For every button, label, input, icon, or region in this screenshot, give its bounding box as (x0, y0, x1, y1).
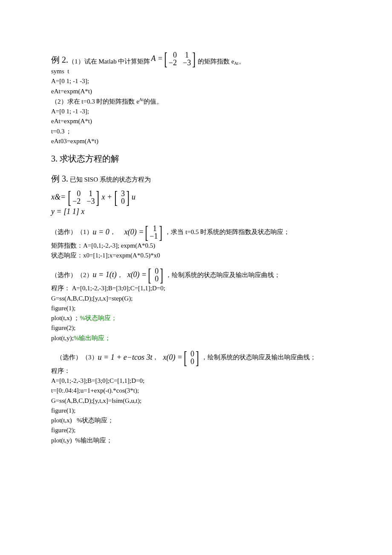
code-line: syms t (51, 66, 345, 76)
p2-pre: （选作）（2） (51, 270, 93, 280)
code-line: 程序： (51, 366, 345, 376)
p1-tail: ，求当 t=0.5 时系统的矩阵指数及状态响应； (164, 227, 290, 237)
m2-r2: 0 (119, 197, 125, 205)
ex2-p1a: （1）试在 Matlab 中计算矩阵 (68, 57, 150, 66)
matrix-cells: 01 −2−3 (169, 51, 191, 66)
m-r1c1: 0 (171, 51, 177, 59)
code-line: plot(t,y) %输出响应； (51, 436, 345, 445)
m2-r1: 3 (119, 190, 125, 197)
code-line: plot(t,x) ；%状态响应； (51, 313, 345, 323)
u3-a: u = 1 + e (98, 352, 127, 364)
code-line: eAt=expm(A*t) (51, 87, 345, 96)
u3-sup: −t (127, 352, 134, 364)
u-var: u (132, 191, 135, 203)
y-eq: y = [1 1] x (51, 206, 84, 218)
ex2-p2-text: （2）求在 t=0.3 时的矩阵指数 e (51, 98, 139, 105)
x0-label-3: x(0) = (163, 352, 182, 364)
code-line: 矩阵指数：A=[0,1;-2,-3]; expm(A*0.5) (51, 241, 345, 251)
m-r2c2: −3 (183, 59, 191, 66)
ex2-p2: （2）求在 t=0.3 时的矩阵指数 eAt的值。 (51, 96, 345, 107)
code-line: t=0.3 ; (51, 127, 345, 136)
code-line: eAt03=expm(A*t) (51, 136, 345, 146)
x0-eq-3: x(0) = [ 0 0 ] (163, 350, 200, 365)
ex2-sup2: At (139, 97, 144, 102)
code-line: G=ss(A,B,C,D);[y,t,x]=lsim(G,u,t); (51, 396, 345, 406)
ex2-p2b: 的值。 (144, 98, 163, 105)
code-line: A=[0 1; -1 -3]; (51, 76, 345, 86)
ex2-sup1: At (234, 60, 239, 67)
comma3: ， (152, 353, 159, 362)
m1-r1c1: 0 (75, 190, 81, 197)
code-line: plot(t,x) %状态响应； (51, 416, 345, 425)
left-bracket: [ (164, 51, 167, 66)
p2-l4a: plot(t,x) ； (51, 315, 80, 321)
section-3-title: 3. 求状态方程的解 (51, 152, 345, 165)
p3-pre: （选作）（3） (56, 353, 98, 362)
m-r2c1: −2 (169, 59, 177, 66)
xdot: x&= (51, 191, 66, 203)
example-2-header: 例 2. （1）试在 Matlab 中计算矩阵 A = [ 01 −2−3 ] … (51, 51, 345, 66)
matrix-A-eq: A = [ 01 −2−3 ] (151, 51, 197, 66)
right-bracket: ] (192, 51, 196, 66)
code-line: eAt=expm(A*t) (51, 116, 345, 126)
ex3-intro: 已知 SISO 系统的状态方程为 (70, 176, 151, 183)
x-plus: x + (101, 191, 112, 203)
matrix-B: [ 3 0 ] (113, 190, 131, 205)
ex3-part1: （选作）（1） u = 0 ， x(0) = [ 1 −1 ] ，求当 t=0.… (51, 225, 345, 240)
code-line: figure(2); (51, 425, 345, 435)
code-line: t=[0:.04:4];u=1+exp(-t).*cos(3*t); (51, 386, 345, 396)
ex3-label: 例 3. (51, 174, 68, 183)
m1-r2c1: −2 (72, 197, 81, 205)
x0-eq-2: x(0) = [ 0 0 ] (127, 267, 165, 283)
m1-r1c2: 1 (86, 190, 92, 197)
code-line: A=[0 1; -1 -3]; (51, 107, 345, 116)
m1-r2c2: −3 (86, 197, 95, 205)
comment-state-resp: %状态响应； (80, 315, 118, 321)
x0-label: x(0) = (124, 226, 144, 238)
u3-b: cos 3t (134, 352, 153, 364)
A-eq-text: A = (151, 53, 163, 65)
p2-tail: ，绘制系统的状态响应及输出响应曲线； (165, 270, 280, 280)
u-zero: u = 0 (93, 226, 110, 238)
state-equation: x&= [ 01 −2−3 ] x + [ 3 0 ] u y = [1 1] … (51, 190, 345, 218)
x0-eq: x(0) = [ 1 −1 ] (124, 225, 164, 240)
code-line: figure(2); (51, 323, 345, 333)
code-line: G=ss(A,B,C,D);[y,t,x]=step(G); (51, 294, 345, 304)
comma2: ， (117, 270, 123, 280)
x0a-r2: −1 (150, 232, 158, 240)
matrix-A: [ 01 −2−3 ] (66, 190, 101, 205)
p1-pre: （选作）（1） (51, 227, 93, 237)
x0-label-2: x(0) = (127, 269, 147, 281)
ex3-part2: （选作）（2） u = 1(t) ， x(0) = [ 0 0 ] ，绘制系统的… (51, 267, 345, 283)
code-line: 程序： A=[0,1;-2,-3];B=[3;0];C=[1,1];D=0; (51, 283, 345, 293)
code-line: 状态响应：x0=[1;-1];x=expm(A*0.5)*x0 (51, 251, 345, 260)
ex3-part3: （选作）（3） u = 1 + e−t cos 3t ， x(0) = [ 0 … (51, 350, 345, 365)
code-line: figure(1); (51, 304, 345, 313)
code-line: plot(t,y);%输出响应； (51, 333, 345, 343)
x0b-r1: 0 (153, 267, 159, 275)
m-r1c2: 1 (183, 51, 189, 59)
example-3-header: 例 3. 已知 SISO 系统的状态方程为 (51, 172, 345, 185)
x0c-r2: 0 (188, 358, 194, 365)
comma: ， (110, 227, 116, 237)
ex2-p1b: 的矩阵指数 e (198, 57, 234, 66)
p3-tail: ，绘制系统的状态响应及输出响应曲线； (201, 353, 316, 362)
p2-l6a: plot(t,y); (51, 335, 74, 341)
code-line: figure(1); (51, 406, 345, 416)
ex2-label: 例 2. (51, 53, 68, 66)
comment-output-resp: %输出响应； (74, 335, 111, 341)
u-1t: u = 1(t) (93, 269, 117, 281)
x0a-r1: 1 (151, 225, 157, 232)
code-line: A=[0,1;-2,-3];B=[3;0];C=[1,1];D=0; (51, 376, 345, 386)
x0b-r2: 0 (153, 275, 159, 283)
ex2-p1c: 。 (239, 57, 245, 66)
x0c-r1: 0 (188, 350, 194, 358)
